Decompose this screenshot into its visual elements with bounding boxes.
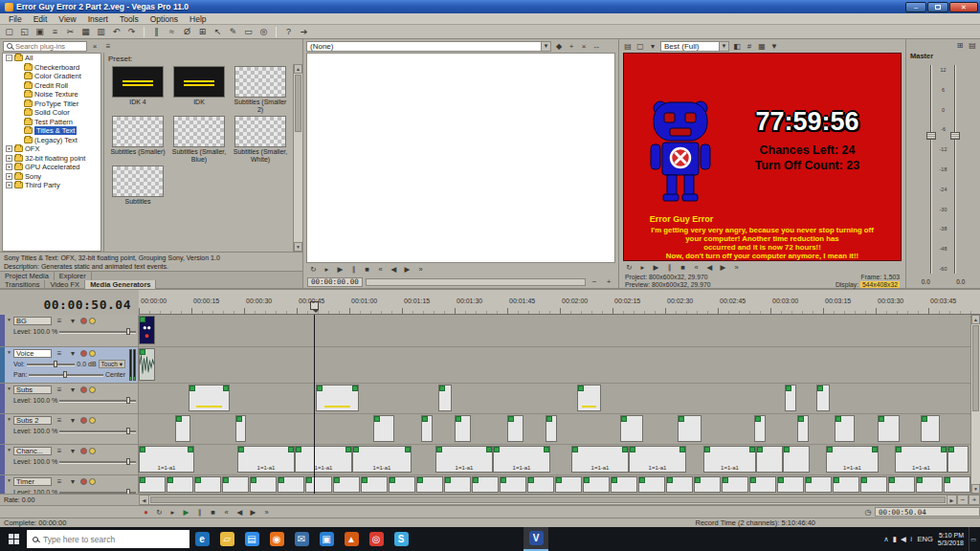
preset-subtitles-smaller[interactable]: Subtitles (Smaller) (108, 116, 167, 164)
track-header-timer[interactable]: ▼ Timer ≡ ▾ Level: 100.0 % (0, 475, 138, 494)
track-minimize-button[interactable]: ▼ (5, 384, 13, 413)
track-mute-button[interactable] (80, 417, 87, 424)
timeline-event[interactable]: 1=1-a1 (493, 446, 550, 473)
timeline-event[interactable] (638, 476, 665, 493)
record-button[interactable]: ● (140, 507, 152, 518)
redo-icon[interactable]: ↷ (124, 26, 139, 38)
lock-envelopes-icon[interactable]: Ø (180, 26, 194, 38)
timeline-event[interactable]: 1=1-a1 (629, 446, 686, 473)
fx-mini-timeline[interactable] (366, 278, 586, 286)
app-store[interactable]: ▤ (239, 527, 264, 551)
tree-item-noise-texture[interactable]: Noise Texture (3, 90, 100, 99)
timeline-event[interactable] (666, 476, 693, 493)
volume-slider[interactable] (27, 361, 76, 367)
pv-stop-button[interactable]: ■ (677, 262, 689, 273)
preset-subtitles[interactable]: Subtitles (108, 165, 167, 206)
timeline-event[interactable] (472, 476, 499, 493)
minimize-button[interactable]: – (905, 2, 926, 12)
track-solo-button[interactable] (89, 448, 96, 454)
tab-explorer[interactable]: Explorer (55, 272, 92, 280)
scrollbar-thumb[interactable] (972, 325, 979, 411)
timeline-event[interactable] (783, 446, 810, 473)
track-header-subs-2[interactable]: ▼ Subs 2 ≡ ▾ Level: 100.0 % (0, 414, 138, 445)
timeline-event[interactable] (167, 476, 193, 493)
timeline-event[interactable] (860, 476, 887, 493)
track-name[interactable]: BG (13, 317, 52, 325)
track-automation-button[interactable]: ▾ (67, 476, 78, 487)
pan-slider[interactable] (29, 371, 103, 378)
zoom-edit-tool-icon[interactable]: ◎ (256, 26, 271, 38)
remove-keyframe-icon[interactable]: × (578, 41, 590, 52)
track-mute-button[interactable] (80, 318, 87, 324)
track-name[interactable]: Timer (13, 477, 52, 486)
timeline-event[interactable] (833, 476, 859, 493)
normal-edit-tool-icon[interactable]: ↖ (211, 26, 225, 38)
timeline-event[interactable] (250, 476, 277, 493)
timeline-event[interactable] (947, 446, 969, 473)
fx-play-from-start-button[interactable]: ▸ (321, 264, 333, 275)
timeline-event[interactable] (139, 476, 166, 493)
timeline-event[interactable]: 1=1-a1 (237, 446, 295, 473)
envelope-edit-tool-icon[interactable]: ✎ (226, 26, 240, 38)
pv-loop-button[interactable]: ↻ (623, 262, 635, 273)
tree-item-test-pattern[interactable]: Test Pattern (3, 118, 100, 127)
overlays-grid-icon[interactable]: # (744, 41, 755, 52)
timeline-event[interactable] (694, 476, 721, 493)
plugin-search-box[interactable] (3, 41, 87, 52)
previous-frame-button[interactable]: ◀ (234, 507, 246, 518)
save-snapshot-icon[interactable]: ▼ (768, 41, 780, 52)
timeline-event[interactable] (455, 415, 471, 442)
track-solo-button[interactable] (89, 318, 96, 324)
timeline-event[interactable] (611, 476, 637, 493)
track-name[interactable]: Voice (13, 349, 52, 358)
tree-item-checkerboard[interactable]: Checkerboard (3, 63, 100, 73)
tray-network-icon[interactable]: ≀ (910, 535, 913, 543)
track-minimize-button[interactable]: ▼ (5, 414, 13, 444)
copy-icon[interactable]: ▦ (78, 26, 93, 38)
timeline-event[interactable] (722, 476, 748, 493)
fx-loop-button[interactable]: ↻ (307, 264, 320, 275)
close-button[interactable]: ✕ (949, 2, 978, 12)
start-button[interactable] (0, 527, 27, 551)
fx-pause-button[interactable]: ∥ (347, 264, 360, 275)
tree-expander-icon[interactable]: + (6, 145, 12, 152)
insert-bus-icon[interactable]: ⊞ (954, 40, 966, 51)
timeline-event[interactable] (416, 476, 443, 493)
timeline-event[interactable] (235, 415, 246, 442)
tree-item-32-bit-floating-point[interactable]: + 32-bit floating point (3, 154, 100, 164)
tree-expander-icon[interactable]: - (6, 55, 12, 61)
track-solo-button[interactable] (89, 478, 96, 485)
app-chrome[interactable]: ◎ (364, 527, 389, 551)
scroll-right-icon[interactable]: ▶ (947, 496, 956, 504)
track-lane-bg[interactable] (139, 315, 970, 347)
stop-button[interactable]: ■ (207, 507, 219, 518)
tab-video-fx[interactable]: Video FX (45, 280, 85, 289)
plugin-options-button[interactable]: ≡ (102, 41, 114, 52)
timeline-event[interactable] (835, 415, 855, 442)
external-monitor-icon[interactable]: ▢ (635, 41, 646, 52)
timeline-event[interactable] (583, 476, 610, 493)
track-header-voice[interactable]: ▼ Voice ≡ ▾ Vol: 0.0 dB Touch ▾ (0, 347, 138, 384)
timeline-event[interactable] (175, 415, 190, 442)
timeline-event[interactable] (797, 415, 809, 442)
track-level-slider[interactable] (59, 328, 136, 335)
tray-battery-icon[interactable]: ▮ (893, 535, 897, 543)
play-from-start-button[interactable]: ▸ (167, 507, 179, 518)
track-fx-button[interactable]: ≡ (54, 316, 65, 326)
go-to-end-button[interactable]: » (260, 507, 273, 518)
preset-idk[interactable]: IDK (169, 66, 229, 114)
timeline-event[interactable] (222, 476, 249, 493)
tree-item-sony[interactable]: + Sony (3, 172, 100, 182)
project-properties-icon[interactable]: ≡ (48, 26, 62, 38)
pv-go-start-button[interactable]: « (690, 262, 702, 273)
track-solo-button[interactable] (89, 386, 96, 393)
timeline-event[interactable] (389, 476, 415, 493)
loop-playback-button[interactable]: ↻ (153, 507, 166, 518)
track-solo-button[interactable] (89, 350, 96, 357)
timeline-event[interactable] (546, 415, 557, 442)
sync-cursor-icon[interactable]: ↔ (590, 41, 602, 52)
timeline-event[interactable] (500, 476, 526, 493)
track-name[interactable]: Subs (13, 386, 52, 394)
keyframe-icon[interactable]: ◆ (553, 41, 565, 52)
go-to-start-button[interactable]: « (220, 507, 233, 518)
